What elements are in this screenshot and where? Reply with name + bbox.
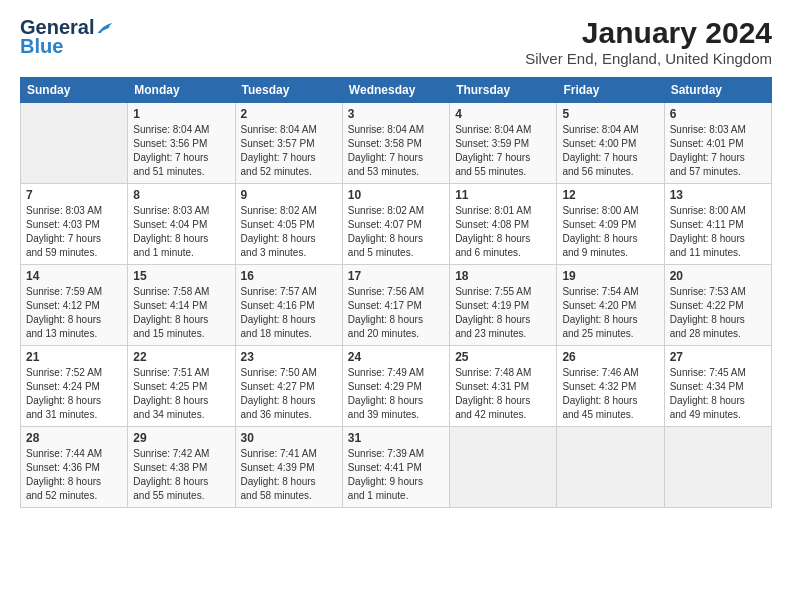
day-info: Sunrise: 7:44 AM Sunset: 4:36 PM Dayligh…	[26, 447, 122, 503]
day-info: Sunrise: 7:49 AM Sunset: 4:29 PM Dayligh…	[348, 366, 444, 422]
day-number: 6	[670, 107, 766, 121]
calendar-header-row: SundayMondayTuesdayWednesdayThursdayFrid…	[21, 78, 772, 103]
day-number: 22	[133, 350, 229, 364]
day-number: 26	[562, 350, 658, 364]
calendar-week-5: 28Sunrise: 7:44 AM Sunset: 4:36 PM Dayli…	[21, 427, 772, 508]
main-title: January 2024	[525, 16, 772, 50]
day-number: 23	[241, 350, 337, 364]
calendar-cell: 4Sunrise: 8:04 AM Sunset: 3:59 PM Daylig…	[450, 103, 557, 184]
calendar-cell: 21Sunrise: 7:52 AM Sunset: 4:24 PM Dayli…	[21, 346, 128, 427]
day-info: Sunrise: 8:03 AM Sunset: 4:03 PM Dayligh…	[26, 204, 122, 260]
calendar-cell: 18Sunrise: 7:55 AM Sunset: 4:19 PM Dayli…	[450, 265, 557, 346]
day-number: 29	[133, 431, 229, 445]
day-number: 16	[241, 269, 337, 283]
day-info: Sunrise: 8:00 AM Sunset: 4:11 PM Dayligh…	[670, 204, 766, 260]
day-info: Sunrise: 8:00 AM Sunset: 4:09 PM Dayligh…	[562, 204, 658, 260]
calendar-cell: 19Sunrise: 7:54 AM Sunset: 4:20 PM Dayli…	[557, 265, 664, 346]
subtitle: Silver End, England, United Kingdom	[525, 50, 772, 67]
calendar-cell: 15Sunrise: 7:58 AM Sunset: 4:14 PM Dayli…	[128, 265, 235, 346]
day-number: 14	[26, 269, 122, 283]
day-info: Sunrise: 8:04 AM Sunset: 3:56 PM Dayligh…	[133, 123, 229, 179]
calendar-cell	[21, 103, 128, 184]
day-info: Sunrise: 7:52 AM Sunset: 4:24 PM Dayligh…	[26, 366, 122, 422]
calendar-cell: 6Sunrise: 8:03 AM Sunset: 4:01 PM Daylig…	[664, 103, 771, 184]
day-number: 8	[133, 188, 229, 202]
calendar-cell: 5Sunrise: 8:04 AM Sunset: 4:00 PM Daylig…	[557, 103, 664, 184]
calendar-week-1: 1Sunrise: 8:04 AM Sunset: 3:56 PM Daylig…	[21, 103, 772, 184]
logo: General Blue	[20, 16, 114, 58]
day-info: Sunrise: 7:59 AM Sunset: 4:12 PM Dayligh…	[26, 285, 122, 341]
calendar-cell: 2Sunrise: 8:04 AM Sunset: 3:57 PM Daylig…	[235, 103, 342, 184]
day-number: 5	[562, 107, 658, 121]
day-info: Sunrise: 7:42 AM Sunset: 4:38 PM Dayligh…	[133, 447, 229, 503]
day-number: 9	[241, 188, 337, 202]
calendar-cell: 10Sunrise: 8:02 AM Sunset: 4:07 PM Dayli…	[342, 184, 449, 265]
calendar-header-saturday: Saturday	[664, 78, 771, 103]
calendar-cell: 8Sunrise: 8:03 AM Sunset: 4:04 PM Daylig…	[128, 184, 235, 265]
day-info: Sunrise: 8:04 AM Sunset: 3:59 PM Dayligh…	[455, 123, 551, 179]
day-number: 20	[670, 269, 766, 283]
day-number: 13	[670, 188, 766, 202]
calendar-cell: 14Sunrise: 7:59 AM Sunset: 4:12 PM Dayli…	[21, 265, 128, 346]
day-info: Sunrise: 8:04 AM Sunset: 3:57 PM Dayligh…	[241, 123, 337, 179]
day-number: 2	[241, 107, 337, 121]
calendar-header-thursday: Thursday	[450, 78, 557, 103]
calendar-header-sunday: Sunday	[21, 78, 128, 103]
day-info: Sunrise: 8:03 AM Sunset: 4:04 PM Dayligh…	[133, 204, 229, 260]
calendar-cell: 25Sunrise: 7:48 AM Sunset: 4:31 PM Dayli…	[450, 346, 557, 427]
day-number: 12	[562, 188, 658, 202]
day-info: Sunrise: 8:03 AM Sunset: 4:01 PM Dayligh…	[670, 123, 766, 179]
day-info: Sunrise: 7:50 AM Sunset: 4:27 PM Dayligh…	[241, 366, 337, 422]
day-number: 27	[670, 350, 766, 364]
calendar-cell	[557, 427, 664, 508]
day-number: 10	[348, 188, 444, 202]
day-info: Sunrise: 8:02 AM Sunset: 4:07 PM Dayligh…	[348, 204, 444, 260]
title-section: January 2024 Silver End, England, United…	[525, 16, 772, 67]
day-number: 1	[133, 107, 229, 121]
calendar-header-tuesday: Tuesday	[235, 78, 342, 103]
day-number: 3	[348, 107, 444, 121]
day-info: Sunrise: 7:39 AM Sunset: 4:41 PM Dayligh…	[348, 447, 444, 503]
calendar-cell: 13Sunrise: 8:00 AM Sunset: 4:11 PM Dayli…	[664, 184, 771, 265]
header: General Blue January 2024 Silver End, En…	[20, 16, 772, 67]
calendar-cell: 27Sunrise: 7:45 AM Sunset: 4:34 PM Dayli…	[664, 346, 771, 427]
calendar-week-4: 21Sunrise: 7:52 AM Sunset: 4:24 PM Dayli…	[21, 346, 772, 427]
calendar-cell: 29Sunrise: 7:42 AM Sunset: 4:38 PM Dayli…	[128, 427, 235, 508]
calendar-cell: 7Sunrise: 8:03 AM Sunset: 4:03 PM Daylig…	[21, 184, 128, 265]
day-number: 19	[562, 269, 658, 283]
calendar-week-2: 7Sunrise: 8:03 AM Sunset: 4:03 PM Daylig…	[21, 184, 772, 265]
day-number: 18	[455, 269, 551, 283]
calendar-cell: 28Sunrise: 7:44 AM Sunset: 4:36 PM Dayli…	[21, 427, 128, 508]
day-number: 4	[455, 107, 551, 121]
day-info: Sunrise: 7:58 AM Sunset: 4:14 PM Dayligh…	[133, 285, 229, 341]
day-info: Sunrise: 7:45 AM Sunset: 4:34 PM Dayligh…	[670, 366, 766, 422]
day-number: 30	[241, 431, 337, 445]
calendar-cell: 30Sunrise: 7:41 AM Sunset: 4:39 PM Dayli…	[235, 427, 342, 508]
day-info: Sunrise: 8:02 AM Sunset: 4:05 PM Dayligh…	[241, 204, 337, 260]
calendar-cell: 17Sunrise: 7:56 AM Sunset: 4:17 PM Dayli…	[342, 265, 449, 346]
day-info: Sunrise: 8:01 AM Sunset: 4:08 PM Dayligh…	[455, 204, 551, 260]
calendar-cell	[664, 427, 771, 508]
day-info: Sunrise: 7:53 AM Sunset: 4:22 PM Dayligh…	[670, 285, 766, 341]
calendar-header-wednesday: Wednesday	[342, 78, 449, 103]
day-info: Sunrise: 7:41 AM Sunset: 4:39 PM Dayligh…	[241, 447, 337, 503]
day-info: Sunrise: 7:55 AM Sunset: 4:19 PM Dayligh…	[455, 285, 551, 341]
calendar-header-friday: Friday	[557, 78, 664, 103]
calendar-cell	[450, 427, 557, 508]
calendar-cell: 12Sunrise: 8:00 AM Sunset: 4:09 PM Dayli…	[557, 184, 664, 265]
day-number: 7	[26, 188, 122, 202]
calendar-cell: 23Sunrise: 7:50 AM Sunset: 4:27 PM Dayli…	[235, 346, 342, 427]
calendar-table: SundayMondayTuesdayWednesdayThursdayFrid…	[20, 77, 772, 508]
day-info: Sunrise: 8:04 AM Sunset: 4:00 PM Dayligh…	[562, 123, 658, 179]
calendar-cell: 16Sunrise: 7:57 AM Sunset: 4:16 PM Dayli…	[235, 265, 342, 346]
day-info: Sunrise: 7:54 AM Sunset: 4:20 PM Dayligh…	[562, 285, 658, 341]
day-number: 11	[455, 188, 551, 202]
calendar-cell: 26Sunrise: 7:46 AM Sunset: 4:32 PM Dayli…	[557, 346, 664, 427]
calendar-cell: 1Sunrise: 8:04 AM Sunset: 3:56 PM Daylig…	[128, 103, 235, 184]
day-number: 25	[455, 350, 551, 364]
day-info: Sunrise: 7:51 AM Sunset: 4:25 PM Dayligh…	[133, 366, 229, 422]
day-number: 28	[26, 431, 122, 445]
day-number: 31	[348, 431, 444, 445]
calendar-cell: 22Sunrise: 7:51 AM Sunset: 4:25 PM Dayli…	[128, 346, 235, 427]
calendar-cell: 11Sunrise: 8:01 AM Sunset: 4:08 PM Dayli…	[450, 184, 557, 265]
